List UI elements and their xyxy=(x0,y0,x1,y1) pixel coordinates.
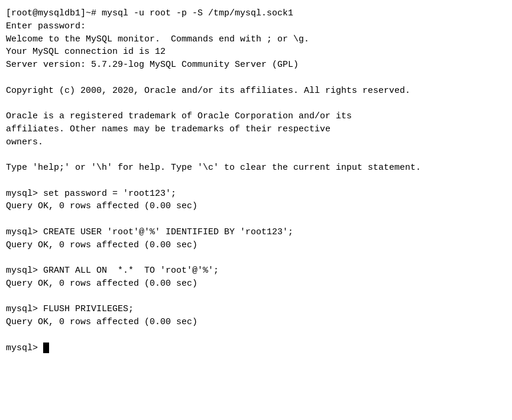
terminal-line: Your MySQL connection id is 12 xyxy=(6,46,506,59)
terminal-line: Server version: 5.7.29-log MySQL Communi… xyxy=(6,59,506,72)
terminal-window: [root@mysqldb1]~# mysql -u root -p -S /t… xyxy=(0,0,512,420)
terminal-blank-line xyxy=(6,213,506,226)
terminal-line: Type 'help;' or '\h' for help. Type '\c'… xyxy=(6,161,506,175)
terminal-line: Oracle is a registered trademark of Orac… xyxy=(6,110,506,123)
terminal-output: [root@mysqldb1]~# mysql -u root -p -S /t… xyxy=(6,7,506,354)
terminal-blank-line xyxy=(6,329,506,342)
terminal-line: Query OK, 0 rows affected (0.00 sec) xyxy=(6,239,506,252)
terminal-blank-line xyxy=(6,97,506,110)
terminal-blank-line xyxy=(6,290,506,303)
terminal-cursor xyxy=(43,343,49,353)
terminal-line: Query OK, 0 rows affected (0.00 sec) xyxy=(6,316,506,329)
terminal-line: mysql> set password = 'root123'; xyxy=(6,188,506,201)
terminal-line: Query OK, 0 rows affected (0.00 sec) xyxy=(6,277,506,290)
terminal-line: Enter password: xyxy=(6,20,506,33)
terminal-line: Welcome to the MySQL monitor. Commands e… xyxy=(6,33,506,46)
terminal-blank-line xyxy=(6,251,506,264)
terminal-line: affiliates. Other names may be trademark… xyxy=(6,123,506,136)
terminal-line: mysql> FLUSH PRIVILEGES; xyxy=(6,303,506,316)
terminal-blank-line xyxy=(6,72,506,85)
terminal-line: Query OK, 0 rows affected (0.00 sec) xyxy=(6,200,506,213)
terminal-blank-line xyxy=(6,148,506,161)
terminal-prompt-line: mysql> xyxy=(6,342,506,355)
terminal-line: mysql> GRANT ALL ON *.* TO 'root'@'%'; xyxy=(6,264,506,277)
terminal-line: mysql> CREATE USER 'root'@'%' IDENTIFIED… xyxy=(6,226,506,239)
terminal-line: owners. xyxy=(6,136,506,149)
terminal-blank-line xyxy=(6,175,506,188)
terminal-line: [root@mysqldb1]~# mysql -u root -p -S /t… xyxy=(6,7,506,20)
terminal-line: Copyright (c) 2000, 2020, Oracle and/or … xyxy=(6,85,506,98)
